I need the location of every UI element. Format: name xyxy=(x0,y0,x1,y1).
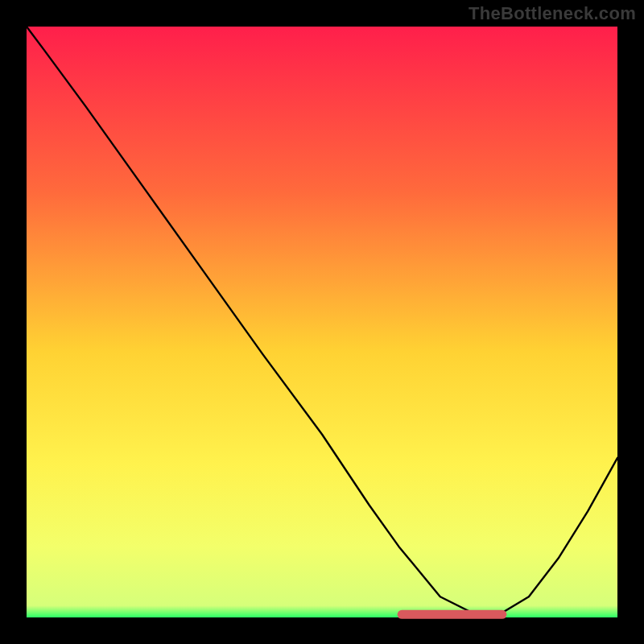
bottleneck-chart xyxy=(0,0,644,644)
watermark-text: TheBottleneck.com xyxy=(469,3,636,24)
chart-container: TheBottleneck.com xyxy=(0,0,644,644)
plot-area xyxy=(27,27,617,617)
